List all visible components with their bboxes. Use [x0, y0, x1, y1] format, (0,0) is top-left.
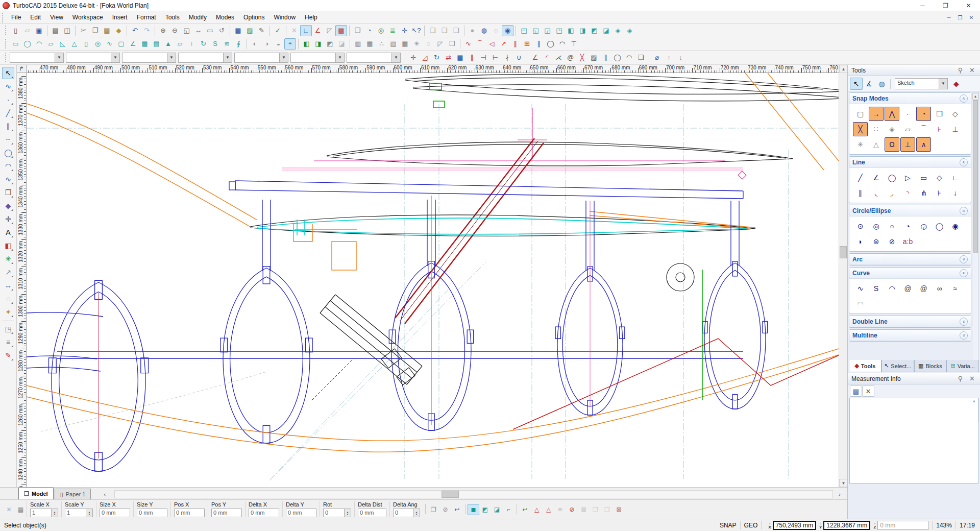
- palette-divide-tool-icon[interactable]: ∡: [863, 78, 875, 90]
- undo-selection-icon[interactable]: ↩: [519, 504, 531, 515]
- chevron-down-icon[interactable]: ▼: [391, 53, 400, 62]
- snap-ortho-icon[interactable]: ⊥: [900, 137, 915, 152]
- snap-divide-h-icon[interactable]: ⊦: [932, 122, 947, 136]
- snap-nearest-icon[interactable]: →: [869, 107, 884, 121]
- chevron-down-icon[interactable]: ▼: [335, 53, 344, 62]
- curve-spiral-cw-icon[interactable]: @: [900, 281, 915, 296]
- select-transform-icon[interactable]: ◳: [2, 323, 14, 335]
- eraser-tool-icon[interactable]: ◌: [2, 293, 14, 305]
- slice-3d-icon[interactable]: ◓: [284, 38, 296, 50]
- chevron-down-icon[interactable]: ▼: [167, 53, 176, 62]
- collapse-icon[interactable]: «: [960, 158, 968, 166]
- canvas-horizontal-scrollbar[interactable]: [114, 490, 833, 498]
- cut-icon[interactable]: ✂: [78, 25, 89, 36]
- circle-3-point-icon[interactable]: ◔: [900, 219, 915, 233]
- canvas-vertical-scrollbar[interactable]: ▲ ▼: [839, 65, 847, 487]
- view-sw-icon[interactable]: ◪: [600, 25, 612, 36]
- curve-closed-icon[interactable]: ∞: [932, 281, 947, 296]
- ghost-b-icon[interactable]: ❒: [601, 504, 613, 515]
- double-line-icon[interactable]: ∥: [2, 120, 14, 132]
- layers-tool-icon[interactable]: ≡: [2, 336, 14, 348]
- view-front-icon[interactable]: ◱: [530, 25, 542, 36]
- bend-modify-icon[interactable]: ⌒: [474, 38, 486, 50]
- mirror-entity-icon[interactable]: ⇄: [443, 52, 454, 63]
- close-palette-icon-icon[interactable]: ✕: [966, 65, 978, 76]
- section-header[interactable]: Line«: [849, 157, 971, 168]
- redline-tool-icon[interactable]: ✎: [2, 349, 14, 361]
- pyramid-3d-icon[interactable]: ▲: [162, 38, 174, 50]
- arc-on-face-icon[interactable]: ◠: [556, 38, 568, 50]
- circle-tangent-3-icon[interactable]: ◉: [948, 219, 963, 233]
- ellipse-fixed-ratio-icon[interactable]: a:b: [900, 234, 915, 249]
- spinner[interactable]: ▲▼: [413, 509, 420, 517]
- spline-icon[interactable]: ∿: [2, 173, 14, 185]
- palette-tab-blocks[interactable]: ▦Blocks: [914, 360, 947, 372]
- circle-concentric-icon[interactable]: ◎: [869, 219, 884, 233]
- move-tool-icon[interactable]: ✛: [2, 213, 14, 225]
- palette-select-tool-icon[interactable]: ↖: [850, 78, 863, 90]
- cross-intersect-icon[interactable]: ╳: [576, 52, 588, 63]
- sheet-tab-scroll-right[interactable]: ›: [834, 490, 845, 498]
- circle-2-point-icon[interactable]: ○: [885, 219, 899, 233]
- double-line-tool-icon[interactable]: ∥: [600, 52, 611, 63]
- doc-restore-button[interactable]: ❐: [954, 13, 966, 22]
- box-3d-tool-icon[interactable]: ❒: [2, 186, 14, 199]
- save-icon[interactable]: ▣: [33, 25, 45, 36]
- torus-3d-icon[interactable]: ◎: [92, 38, 104, 50]
- spinner[interactable]: ▲▼: [86, 509, 93, 517]
- ruler-origin-corner[interactable]: ↱: [17, 65, 27, 73]
- text-tool-icon[interactable]: A: [2, 226, 14, 238]
- coil-3d-icon[interactable]: ∿: [104, 38, 115, 50]
- snap-modes-tool-icon[interactable]: ✳: [2, 253, 14, 265]
- stack-ghost-icon[interactable]: ≋: [554, 504, 566, 515]
- ghost-a-icon[interactable]: ❒: [590, 504, 601, 515]
- attach-file-icon[interactable]: ✎: [256, 25, 267, 36]
- view-bottom-icon[interactable]: ◩: [589, 25, 600, 36]
- extend-entity-icon[interactable]: ⊢: [489, 52, 501, 63]
- ortho-mode-icon[interactable]: ∟: [300, 25, 312, 36]
- close-button[interactable]: ✕: [957, 0, 980, 11]
- expand-icon[interactable]: «: [960, 318, 968, 326]
- geo-indicator[interactable]: GEO: [744, 522, 758, 529]
- locked-ghost-icon[interactable]: ⊠: [578, 504, 590, 515]
- snap-indicator[interactable]: SNAP: [720, 522, 737, 529]
- irregular-selection-icon[interactable]: ◸: [324, 25, 335, 36]
- fill-tool-icon[interactable]: ◧: [2, 239, 14, 252]
- render-quality-icon[interactable]: ◉: [502, 25, 513, 36]
- pick-filter-icon[interactable]: ▩: [335, 25, 347, 36]
- zoom-window-icon[interactable]: ◱: [181, 25, 192, 36]
- view-right-icon[interactable]: ◧: [565, 25, 577, 36]
- scroll-up-icon[interactable]: ▲: [839, 65, 848, 73]
- input-delta-y[interactable]: 0 mm: [286, 509, 316, 517]
- spiral-tool-icon[interactable]: @: [565, 52, 576, 63]
- smooth-mesh-icon[interactable]: ◪: [336, 38, 348, 50]
- chevron-down-icon[interactable]: ▼: [939, 79, 947, 89]
- polyline-3d-icon[interactable]: ∠: [127, 38, 139, 50]
- snap-divide-v-icon[interactable]: ⊥: [948, 122, 963, 136]
- plane-3d-icon[interactable]: ▱: [174, 38, 186, 50]
- snap-midpoint-icon[interactable]: ∙: [900, 107, 915, 121]
- boolean-union-icon[interactable]: ◐: [249, 38, 261, 50]
- tee-joint-icon[interactable]: ⊤: [568, 38, 580, 50]
- print-icon[interactable]: ▤: [50, 25, 61, 36]
- menu-format[interactable]: Format: [132, 12, 161, 22]
- styles-manager-icon[interactable]: ◆: [950, 78, 963, 90]
- snap-magnetic-icon[interactable]: Ω: [885, 137, 899, 152]
- zoom-extents-icon[interactable]: ↔: [192, 25, 204, 36]
- chevron-down-icon[interactable]: ▼: [223, 53, 232, 62]
- curve-spline-points-icon[interactable]: ∿: [853, 281, 868, 296]
- selection-history-icon[interactable]: ❒: [352, 25, 363, 36]
- spar-band[interactable]: [57, 181, 743, 358]
- rect-tool-icon[interactable]: ❏: [635, 52, 647, 63]
- snap-angular-icon[interactable]: ∧: [916, 137, 931, 152]
- render-wireframe-icon[interactable]: ●: [467, 25, 478, 36]
- curve-spiral-ccw-icon[interactable]: @: [916, 281, 931, 296]
- menu-file[interactable]: File: [7, 12, 26, 22]
- collapse-icon[interactable]: «: [960, 269, 968, 277]
- construction-line-icon[interactable]: ┄: [2, 133, 14, 146]
- property-combo-4[interactable]: ▼: [178, 53, 232, 63]
- select-path-mode-icon[interactable]: ⌐: [503, 504, 514, 515]
- ellipse-rotated-icon[interactable]: ⊘: [885, 234, 899, 249]
- break-entity-icon[interactable]: ∤: [501, 52, 513, 63]
- array-scatter-icon[interactable]: ∴: [376, 38, 387, 50]
